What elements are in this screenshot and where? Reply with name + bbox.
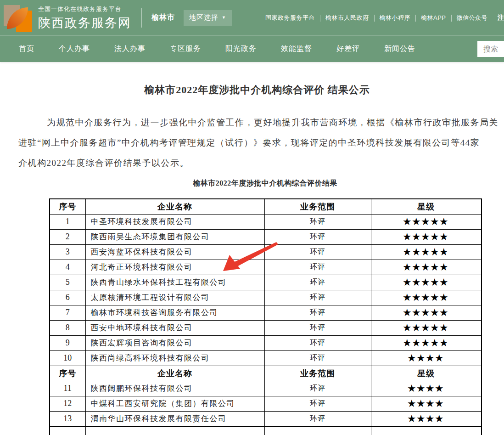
evaluation-table: 序号企业名称业务范围星级1中圣环境科技发展有限公司环评★★★★★2陕西雨昊生态环…: [49, 198, 482, 435]
link-separator: [415, 15, 416, 22]
nav-item[interactable]: 效能监督: [281, 44, 312, 54]
paragraph-line: 进驻“网上中介服务超市”中介机构考评管理规定（试行）》要求，现将评定的中圣环境科…: [18, 133, 504, 153]
cell-scope: 环评: [264, 305, 371, 320]
cell-no: 9: [50, 335, 85, 350]
column-header: 业务范围: [264, 199, 371, 214]
cell-no: 1: [50, 214, 85, 229]
nav-item[interactable]: 专区服务: [170, 44, 201, 54]
link-separator: [451, 15, 452, 22]
table-row: 13渭南华山环保科技发展有限责任公司环评★★★★: [50, 411, 482, 426]
search-input[interactable]: [477, 41, 504, 57]
column-header: 序号: [50, 366, 85, 381]
cell-scope: 环评: [264, 335, 371, 350]
cell-scope: 环评: [264, 214, 371, 229]
region-select-button[interactable]: 地区选择 ▼: [184, 10, 232, 26]
cell-no: 13: [50, 411, 85, 426]
table-row: 1中圣环境科技发展有限公司环评★★★★★: [50, 214, 482, 229]
cell-stars: ★★★★★: [371, 290, 482, 305]
cell-stars: ★★★★: [371, 396, 482, 411]
cell-stars: ★★★★★: [371, 214, 482, 229]
cell-no: 12: [50, 396, 85, 411]
brand-divider: [141, 8, 142, 28]
page-title: 榆林市2022年度涉批中介机构综合评价 结果公示: [0, 83, 504, 97]
site-logo-icon: [4, 5, 32, 34]
top-bar: 全国一体化在线政务服务平台 陕西政务服务网 榆林市 地区选择 ▼ 国家政务服务平…: [0, 0, 504, 35]
table-row: 12中煤科工西安研究院（集团）有限公司环评★★★★: [50, 396, 482, 411]
table-row: 4河北奇正环境科技有限公司环评★★★★★: [50, 260, 482, 275]
cell-no: 6: [50, 290, 85, 305]
column-header: 企业名称: [85, 199, 264, 214]
cell-scope: 环评: [264, 229, 371, 244]
cell-stars: ★★★★★: [371, 275, 482, 290]
cell-scope: 环评: [264, 290, 371, 305]
main-nav: 首页个人办事法人办事专区服务阳光政务效能监督好差评新闻公告: [0, 35, 504, 62]
nav-item[interactable]: 好差评: [336, 44, 360, 54]
cell-no: 10: [50, 350, 85, 366]
cell-no: 3: [50, 244, 85, 260]
cell-company: 陕西青山绿水环保科技工程有限公司: [85, 275, 264, 290]
cell-no: 7: [50, 305, 85, 320]
cell-company: 陕西尚绿高科环境科技有限公司: [85, 350, 264, 366]
cell-stars: ★★★★★: [371, 260, 482, 275]
current-city-label: 榆林市: [151, 13, 175, 23]
cell-stars: ★★★★★: [371, 229, 482, 244]
eval-table-body: 序号企业名称业务范围星级1中圣环境科技发展有限公司环评★★★★★2陕西雨昊生态环…: [50, 199, 482, 435]
table-row: 10陕西尚绿高科环境科技有限公司环评★★★★: [50, 350, 482, 366]
cell-company: 陕西宏辉项目咨询有限公司: [85, 335, 264, 350]
cell-empty: [371, 426, 482, 435]
column-header: 企业名称: [85, 366, 264, 381]
cell-empty: [85, 426, 264, 435]
cell-scope: 环评: [264, 350, 371, 366]
top-links: 国家政务服务平台榆林市人民政府榆林小程序榆林APP微信公众号注册: [265, 14, 504, 22]
top-link[interactable]: 榆林APP: [421, 14, 446, 22]
chevron-down-icon: ▼: [222, 16, 226, 20]
top-link[interactable]: 国家政务服务平台: [265, 14, 315, 22]
table-caption: 榆林市2022年度涉批中介机构综合评价结果: [49, 179, 481, 188]
cell-empty: [50, 426, 85, 435]
region-select-label: 地区选择: [189, 13, 218, 22]
cell-empty: [264, 426, 371, 435]
cell-no: 8: [50, 320, 85, 335]
top-link[interactable]: 榆林小程序: [380, 14, 411, 22]
paragraph-line: 为规范中介服务行为，进一步强化中介监管工作，更好地提升我市营商环境，根据《榆林市…: [18, 113, 504, 133]
cell-no: 5: [50, 275, 85, 290]
cell-scope: 环评: [264, 260, 371, 275]
nav-item[interactable]: 新闻公告: [384, 44, 415, 54]
cell-scope: 环评: [264, 411, 371, 426]
column-header: 星级: [371, 366, 482, 381]
nav-item[interactable]: 法人办事: [114, 44, 146, 54]
cell-stars: ★★★★: [371, 350, 482, 366]
table-row: 8西安中地环境科技有限公司环评★★★★★: [50, 320, 482, 335]
cell-stars: ★★★★: [371, 381, 482, 396]
cell-stars: ★★★★★: [371, 320, 482, 335]
nav-item[interactable]: 阳光政务: [225, 44, 257, 54]
table-row: 5陕西青山绿水环保科技工程有限公司环评★★★★★: [50, 275, 482, 290]
top-link[interactable]: 榆林市人民政府: [325, 14, 369, 22]
cell-scope: 环评: [264, 396, 371, 411]
column-header: 序号: [50, 199, 85, 214]
page: { "header": { "platform_tagline": "全国一体化…: [0, 0, 504, 435]
table-row-cutoff: [50, 426, 482, 435]
cell-no: 2: [50, 229, 85, 244]
nav-item[interactable]: 首页: [19, 44, 34, 54]
table-row: 2陕西雨昊生态环境集团有限公司环评★★★★★: [50, 229, 482, 244]
nav-item[interactable]: 个人办事: [59, 44, 90, 54]
top-link[interactable]: 微信公众号: [457, 14, 488, 22]
cell-stars: ★★★★: [371, 411, 482, 426]
cell-company: 陕西雨昊生态环境集团有限公司: [85, 229, 264, 244]
register-link[interactable]: 注册: [498, 14, 504, 22]
link-separator: [374, 15, 375, 22]
site-name: 陕西政务服务网: [38, 15, 131, 31]
cell-company: 渭南华山环保科技发展有限责任公司: [85, 411, 264, 426]
cell-company: 中圣环境科技发展有限公司: [85, 214, 264, 229]
cell-company: 太原核清环境工程设计有限公司: [85, 290, 264, 305]
cell-company: 陕西阔鹏环保科技有限公司: [85, 381, 264, 396]
column-header: 星级: [371, 199, 482, 214]
table-row: 3西安海蓝环保科技有限公司环评★★★★★: [50, 244, 482, 260]
cell-stars: ★★★★★: [371, 305, 482, 320]
cell-company: 河北奇正环境科技有限公司: [85, 260, 264, 275]
platform-tagline: 全国一体化在线政务服务平台: [38, 5, 131, 13]
cell-scope: 环评: [264, 320, 371, 335]
cell-company: 西安海蓝环保科技有限公司: [85, 244, 264, 260]
nav-menu: 首页个人办事法人办事专区服务阳光政务效能监督好差评新闻公告: [19, 44, 440, 54]
